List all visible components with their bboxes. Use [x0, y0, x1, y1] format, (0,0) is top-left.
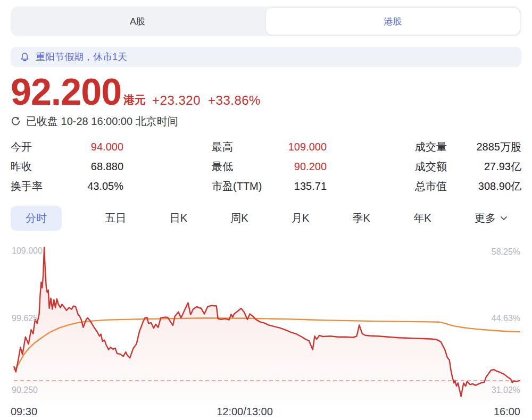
- stat-value: 68.880: [91, 161, 123, 173]
- holiday-notice-banner[interactable]: 重阳节假期，休市1天: [11, 47, 521, 67]
- stat-label: 最高: [212, 140, 233, 154]
- market-status-text: 已收盘 10-28 16:00:00 北京时间: [26, 114, 178, 129]
- period-tab-daily[interactable]: 日K: [170, 211, 187, 225]
- tab-a-share[interactable]: A股: [11, 6, 264, 36]
- y-axis-price-mid: 99.625: [12, 314, 38, 323]
- stat-value: 94.000: [91, 141, 123, 153]
- stat-label: 总市值: [415, 179, 447, 194]
- period-more-button[interactable]: 更多: [475, 211, 508, 225]
- stat-value: 135.71: [294, 180, 327, 192]
- quote-price-row: 92.200 港元 +23.320 +33.86%: [11, 75, 261, 108]
- stat-amount: 成交额 27.93亿: [415, 157, 521, 177]
- y-axis-price-low: 90.250: [12, 385, 38, 395]
- stats-column-3: 成交量 2885万股 成交额 27.93亿 总市值 308.90亿: [415, 137, 521, 196]
- stat-prev-close: 昨收 68.880: [11, 157, 123, 177]
- refresh-icon[interactable]: [11, 116, 21, 127]
- intraday-chart-svg: [11, 240, 521, 403]
- stat-value: 2885万股: [477, 140, 522, 154]
- stats-grid: 今开 94.000 昨收 68.880 换手率 43.05% 最高 109.00…: [11, 137, 521, 196]
- market-status-row: 已收盘 10-28 16:00:00 北京时间: [11, 114, 178, 129]
- price-change: +23.320: [152, 93, 201, 108]
- chart-period-tabs: 分时 五日 日K 周K 月K 季K 年K 更多: [11, 205, 521, 231]
- bell-icon: [19, 52, 30, 63]
- holiday-notice-text: 重阳节假期，休市1天: [36, 51, 127, 63]
- stat-low: 最低 90.200: [212, 157, 327, 177]
- stat-turnover-rate: 换手率 43.05%: [11, 177, 123, 196]
- price-change-percent: +33.86%: [208, 93, 261, 108]
- tab-a-share-label: A股: [130, 15, 145, 28]
- stat-label: 今开: [11, 140, 32, 154]
- y-axis-pct-high: 58.25%: [492, 247, 520, 257]
- stat-label: 成交额: [415, 159, 447, 174]
- stat-volume: 成交量 2885万股: [415, 137, 521, 157]
- price-area-fill: [14, 247, 520, 403]
- stat-label: 最低: [212, 159, 233, 174]
- stat-label: 昨收: [11, 159, 32, 174]
- period-tab-yearly[interactable]: 年K: [413, 211, 431, 225]
- period-more-label: 更多: [475, 211, 496, 225]
- stat-label: 成交量: [415, 140, 447, 154]
- stat-market-cap: 总市值 308.90亿: [415, 177, 521, 196]
- stock-quote-page: A股 港股 重阳节假期，休市1天 92.200 港元 +23.320 +33.8…: [0, 0, 532, 420]
- x-axis-open-time: 09:30: [11, 406, 37, 418]
- stat-value: 109.000: [288, 141, 327, 153]
- stat-value: 308.90亿: [478, 179, 521, 194]
- period-tab-weekly[interactable]: 周K: [230, 211, 248, 225]
- x-axis-close-time: 16:00: [494, 406, 520, 418]
- stat-high: 最高 109.000: [212, 137, 327, 157]
- period-tab-5day[interactable]: 五日: [105, 211, 126, 225]
- market-tab-bar: A股 港股: [11, 6, 521, 36]
- stat-label: 换手率: [11, 179, 43, 194]
- stat-label: 市盈(TTM): [212, 179, 262, 194]
- chevron-down-icon: [500, 216, 508, 221]
- x-axis-lunch-time: 12:00/13:00: [217, 406, 273, 418]
- y-axis-pct-mid: 44.63%: [492, 314, 520, 323]
- stat-pe-ttm: 市盈(TTM) 135.71: [212, 177, 327, 196]
- stat-open: 今开 94.000: [11, 137, 123, 157]
- tab-hk-label: 港股: [384, 15, 402, 28]
- last-price: 92.200: [11, 75, 121, 108]
- stat-value: 27.93亿: [484, 159, 521, 174]
- stats-column-1: 今开 94.000 昨收 68.880 换手率 43.05%: [11, 137, 123, 196]
- period-tab-quarterly[interactable]: 季K: [353, 211, 370, 225]
- tab-hk[interactable]: 港股: [265, 7, 520, 35]
- stat-value: 90.200: [294, 161, 327, 173]
- currency-label: 港元: [123, 93, 146, 107]
- stats-column-2: 最高 109.000 最低 90.200 市盈(TTM) 135.71: [212, 137, 327, 196]
- y-axis-pct-low: 31.02%: [492, 385, 520, 395]
- y-axis-price-high: 109.000: [12, 246, 43, 256]
- intraday-chart[interactable]: 109.000 99.625 90.250 58.25% 44.63% 31.0…: [0, 240, 532, 420]
- stat-value: 43.05%: [87, 180, 123, 192]
- period-tab-monthly[interactable]: 月K: [292, 211, 309, 225]
- period-tab-minute[interactable]: 分时: [11, 206, 62, 231]
